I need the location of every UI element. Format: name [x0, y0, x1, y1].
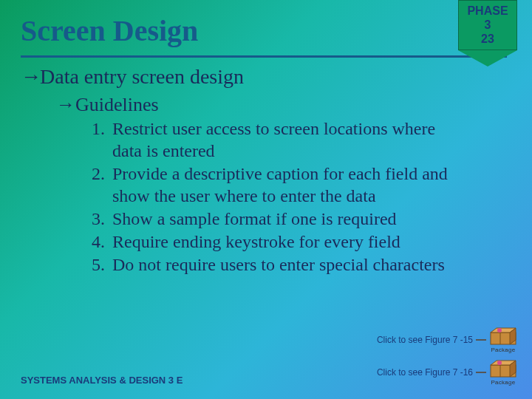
list-item: 5.Do not require users to enter special … — [92, 253, 511, 276]
package-icon: Package — [489, 359, 517, 386]
figure-link-7-16[interactable]: Click to see Figure 7 -16 Package — [377, 359, 517, 386]
phase-arrow-tip — [458, 50, 517, 66]
package-icon: Package — [489, 327, 517, 353]
bullet-level1: →Data entry screen design — [21, 65, 511, 89]
page-title: Screen Design — [0, 0, 532, 52]
figure-link-label: Click to see Figure 7 -16 — [377, 367, 473, 378]
list-item: 3.Show a sample format if one is require… — [92, 208, 511, 230]
guidelines-list: 1.Restrict user access to screen locatio… — [21, 117, 511, 276]
phase-label: PHASE 3 — [463, 4, 512, 32]
arrow-icon: → — [56, 93, 75, 116]
figure-link-label: Click to see Figure 7 -15 — [377, 335, 473, 345]
list-item: 1.Restrict user access to screen locatio… — [92, 117, 511, 162]
footer-text: SYSTEMS ANALYSIS & DESIGN 3 E — [21, 375, 183, 386]
title-rule — [21, 55, 507, 58]
connector-line — [476, 372, 486, 373]
list-item: 4.Require ending keystroke for every fie… — [92, 231, 511, 253]
phase-indicator: PHASE 3 23 — [458, 0, 517, 66]
svg-point-4 — [497, 328, 502, 332]
arrow-icon: → — [21, 65, 40, 89]
svg-point-9 — [497, 361, 502, 365]
figure-link-7-15[interactable]: Click to see Figure 7 -15 Package — [377, 327, 517, 353]
bullet-level1-text: Data entry screen design — [40, 65, 244, 88]
bullet-level2-text: Guidelines — [75, 94, 159, 115]
slide-number: 23 — [463, 32, 512, 46]
bullet-level2: →Guidelines — [21, 93, 511, 116]
connector-line — [476, 339, 486, 341]
list-item: 2.Provide a descriptive caption for each… — [92, 163, 511, 207]
